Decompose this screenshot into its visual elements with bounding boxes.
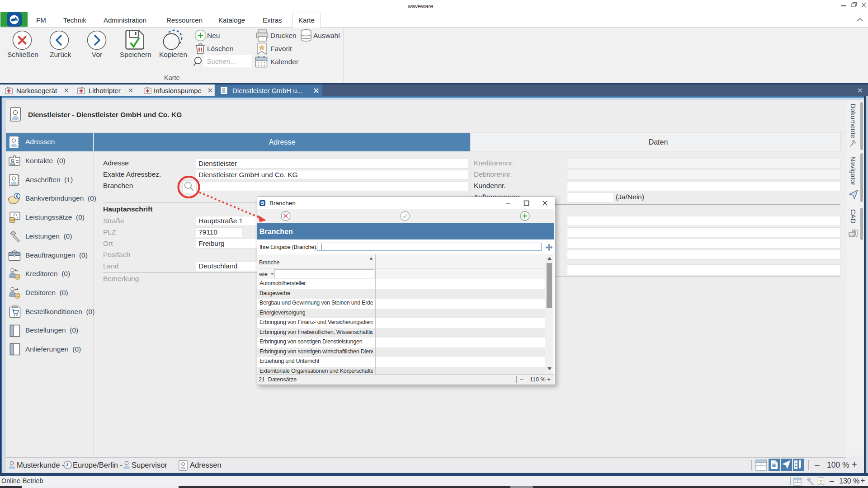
- svg-text:€: €: [16, 194, 19, 199]
